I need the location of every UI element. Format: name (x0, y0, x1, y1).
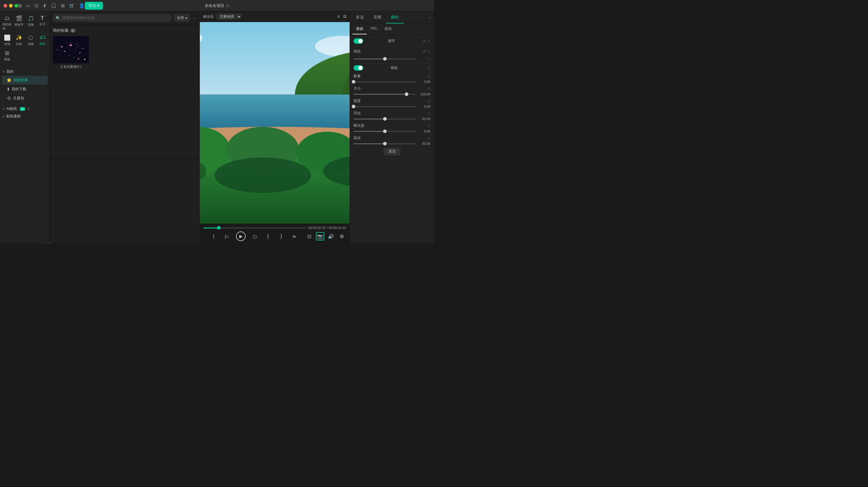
highlight-track[interactable] (353, 143, 416, 144)
stop-button[interactable]: ◻ (250, 232, 259, 240)
color-tab-basic[interactable]: 基础 (352, 24, 367, 34)
toolbar-my-assets[interactable]: 🗂 我的素材 (1, 13, 13, 33)
dropdown-arrow-icon: ▾ (185, 16, 187, 20)
roundness-diamond-icon[interactable]: ◇ (427, 99, 430, 103)
toolbar-transition[interactable]: ⬜ 转场 (1, 33, 13, 48)
step-back-button[interactable]: ⟨ (210, 232, 218, 240)
frame-back-button[interactable]: ▷ (223, 232, 231, 240)
toolbar-text[interactable]: T 文字 (36, 13, 48, 33)
progress-bar-area: 00:00:02:15 / 00:00:16:23 (204, 226, 346, 230)
feather-track[interactable] (353, 119, 416, 119)
adjust-icons: ↺ ◇ (422, 39, 430, 44)
sharpen-reset-icon[interactable]: ↺ (422, 49, 426, 54)
toolbar-filter[interactable]: ⬡ 滤镜 (25, 33, 36, 48)
count-slider-row: 数量 ◇ 0.00 (353, 74, 430, 84)
tab-more-arrow[interactable]: › (427, 11, 433, 24)
size-track[interactable] (353, 94, 416, 95)
keyframe-diamond-icon[interactable]: ◇ (427, 39, 430, 44)
exposure-thumb[interactable] (383, 130, 387, 133)
sidebar-my-header[interactable]: ▾ 我的 (0, 68, 50, 76)
sidebar-item-theme-pack[interactable]: ➕ 主题包 (2, 94, 48, 103)
export-button[interactable]: 导出 ▾ (85, 2, 103, 10)
image-icon[interactable]: 🖼 (343, 15, 347, 19)
snapshot-button[interactable]: 📷 (316, 232, 324, 240)
size-value: 100.00 (418, 92, 430, 96)
close-button[interactable] (4, 4, 7, 7)
size-thumb[interactable] (405, 92, 408, 96)
roundness-track[interactable] (353, 106, 416, 107)
sidebar-item-my-collection[interactable]: ⭐ 我的收藏 (2, 76, 48, 85)
size-diamond-icon[interactable]: ◇ (427, 86, 430, 91)
mark-out-button[interactable]: } (277, 232, 285, 240)
sticker-item-0[interactable]: + 王者花瓣落叶1 (53, 36, 89, 69)
play-pause-button[interactable]: ▶ (236, 231, 246, 241)
sidebar-sticker-material-header[interactable]: ▸ 贴纸素材 (0, 113, 50, 120)
search-placeholder-text: 搜索我的收藏的贴纸 (62, 16, 95, 21)
count-track[interactable] (353, 82, 416, 82)
sidebar-ai-sticker-header[interactable]: ▸ AI贴纸 AI ℹ (0, 105, 50, 113)
minimize-button[interactable] (9, 4, 13, 7)
sharpen-diamond-icon[interactable]: ◇ (427, 49, 430, 54)
highlight-diamond-icon[interactable]: ◇ (427, 136, 430, 140)
library-label: 素材库 (14, 23, 24, 27)
grid-view-icon[interactable]: ⊞ (337, 15, 340, 19)
highlight-thumb[interactable] (383, 142, 387, 145)
feather-track-row: 50.00 (353, 117, 430, 121)
fullscreen-button[interactable]: ⊡ (305, 232, 313, 240)
toolbar-library[interactable]: 🎬 素材库 (13, 13, 25, 33)
icon-headphone[interactable]: 🎧 (51, 3, 57, 8)
settings-button[interactable]: ⚙ (338, 232, 346, 240)
feather-thumb[interactable] (383, 117, 387, 121)
count-track-row: 0.00 (353, 80, 430, 84)
count-thumb[interactable] (352, 80, 355, 84)
progress-thumb[interactable] (217, 226, 221, 230)
icon-crop[interactable]: ⊡ (35, 3, 38, 8)
exposure-track-row: 0.00 (353, 130, 430, 133)
more-options-button[interactable]: ⋯ (193, 16, 197, 21)
svg-point-36 (214, 157, 311, 193)
count-diamond-icon[interactable]: ◇ (427, 74, 430, 79)
roundness-label: 圆度 (353, 98, 361, 104)
reset-button[interactable]: 重置 (384, 148, 401, 155)
vignette-diamond-icon[interactable]: ◇ (427, 66, 430, 70)
icon-download[interactable]: ⬇ (43, 3, 47, 8)
maximize-button[interactable] (14, 4, 18, 7)
icon-media[interactable]: ⊞ (18, 3, 22, 8)
volume-button[interactable]: 🔊 (327, 232, 335, 240)
sharpen-track[interactable] (353, 59, 416, 59)
icon-cart[interactable]: 🛒 (69, 3, 75, 8)
sidebar-item-my-download[interactable]: ⬇ 我的下载 (2, 85, 48, 93)
tab-color[interactable]: 颜色 (386, 11, 404, 24)
tab-audio[interactable]: 音频 (369, 11, 386, 24)
keyframe-button[interactable]: ⊳ (290, 232, 299, 240)
tab-multiselect[interactable]: 多选 (351, 11, 369, 24)
mark-in-button[interactable]: { (264, 232, 272, 240)
vignette-toggle[interactable] (353, 65, 363, 70)
toolbar-audio[interactable]: 🎵 音频 (25, 13, 36, 33)
quality-select[interactable]: 完整画质 (216, 13, 241, 20)
exposure-diamond-icon[interactable]: ◇ (427, 123, 430, 128)
color-tab-curve[interactable]: 曲线 (381, 24, 396, 34)
roundness-thumb[interactable] (352, 105, 355, 108)
size-icons: ◇ (427, 86, 430, 91)
progress-track[interactable] (204, 228, 306, 228)
exposure-track[interactable] (353, 131, 416, 132)
feather-diamond-icon[interactable]: ◇ (427, 111, 430, 116)
color-tab-hsl[interactable]: HSL (367, 24, 381, 34)
reset-icon[interactable]: ↺ (422, 39, 426, 44)
star-icon: ⭐ (7, 78, 11, 82)
icon-grid[interactable]: ⊞ (61, 3, 65, 8)
icon-monitor[interactable]: ▭ (26, 3, 30, 8)
toolbar-effects[interactable]: ✨ 特效 (13, 33, 25, 48)
adjust-label: 调节 (388, 39, 400, 44)
sharpen-thumb[interactable] (383, 57, 387, 61)
filter-dropdown[interactable]: 全部 ▾ (174, 14, 190, 22)
icon-user[interactable]: 👤 (79, 3, 85, 8)
ctrl-right-tools: ⊡ 📷 🔊 ⚙ (305, 232, 346, 240)
sticker-search-field[interactable]: 🔍 搜索我的收藏的贴纸 (53, 14, 172, 22)
add-to-timeline-icon[interactable]: + (82, 56, 88, 62)
adjust-toggle[interactable] (353, 38, 363, 44)
toolbar-sticker[interactable]: 🏷 贴纸 (36, 33, 48, 48)
sticker-panel: 🔍 搜索我的收藏的贴纸 全部 ▾ ⋯ 我的收藏 1 (50, 11, 200, 159)
toolbar-template[interactable]: ⊞ 模板 (1, 48, 13, 63)
